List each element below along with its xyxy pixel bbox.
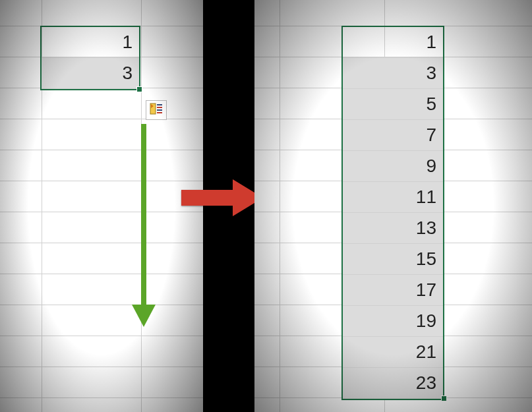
cell[interactable]: 11 — [343, 182, 443, 213]
after-panel: 1 3 5 7 9 11 13 15 17 19 21 23 — [254, 0, 532, 412]
cell[interactable]: 3 — [343, 58, 443, 89]
before-panel: 1 3 — [0, 0, 203, 412]
svg-rect-3 — [157, 107, 162, 108]
svg-rect-4 — [157, 109, 162, 111]
fill-handle[interactable] — [441, 396, 447, 401]
cell[interactable]: 21 — [343, 337, 443, 368]
cell[interactable]: 23 — [343, 368, 443, 399]
cell[interactable]: 15 — [343, 244, 443, 275]
svg-rect-5 — [157, 112, 162, 113]
fill-handle[interactable] — [136, 86, 142, 92]
cell[interactable]: 1 — [42, 27, 139, 58]
illustration-stage: 1 3 — [0, 0, 532, 412]
cell[interactable]: 13 — [343, 213, 443, 244]
transition-arrow — [181, 177, 264, 221]
cell-selection[interactable]: 1 3 5 7 9 11 13 15 17 19 21 23 — [341, 26, 444, 400]
cell[interactable]: 9 — [343, 151, 443, 182]
svg-marker-6 — [181, 179, 263, 216]
cell[interactable]: 1 — [343, 27, 443, 58]
cell-selection[interactable]: 1 3 — [40, 26, 140, 90]
autofill-options-icon — [150, 102, 163, 118]
cell[interactable]: 7 — [343, 120, 443, 151]
cell[interactable]: 17 — [343, 275, 443, 306]
cell[interactable]: 19 — [343, 306, 443, 337]
autofill-options-button[interactable] — [146, 100, 167, 120]
svg-rect-2 — [157, 104, 162, 105]
drag-down-arrow — [132, 124, 156, 328]
cell[interactable]: 5 — [343, 89, 443, 120]
cell[interactable]: 3 — [42, 58, 139, 89]
